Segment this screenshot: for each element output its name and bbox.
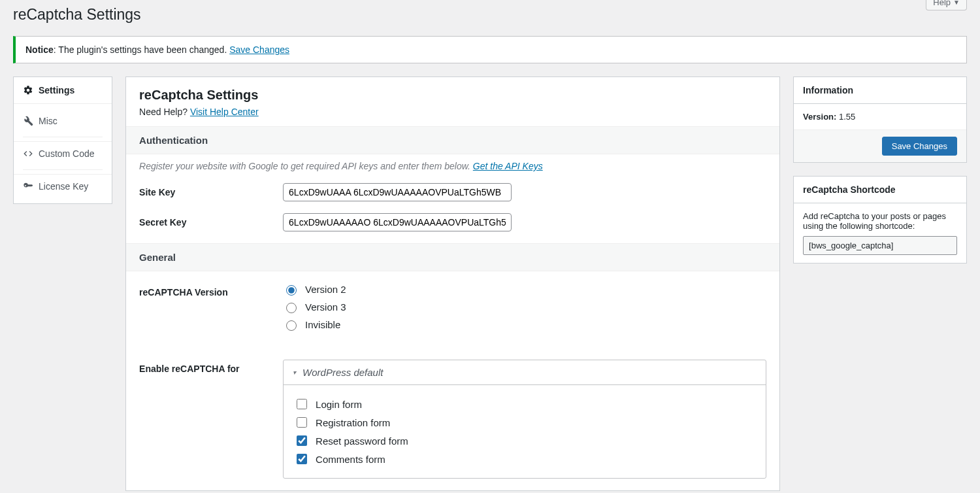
section-general-header: General [126,243,779,271]
radio-version-invisible-input[interactable] [286,320,297,331]
help-center-link[interactable]: Visit Help Center [190,107,259,117]
key-icon [23,181,33,192]
shortcode-desc: Add reCaptcha to your posts or pages usi… [803,211,957,231]
nav-item-settings[interactable]: Settings [14,77,112,103]
shortcode-code[interactable]: [bws_google_captcha] [803,236,957,255]
auth-desc: Register your website with Google to get… [139,161,473,171]
check-reset-password-form-label: Reset password form [316,435,408,447]
check-reset-password-form-input[interactable] [297,435,307,446]
section-auth-header: Authentication [126,126,779,154]
check-reset-password-form[interactable]: Reset password form [294,434,755,448]
check-login-form-label: Login form [316,399,362,410]
radio-version-2-input[interactable] [286,285,297,296]
version-value: 1.55 [839,112,855,122]
radio-version-3[interactable]: Version 3 [283,301,766,313]
notice-label: Notice [25,44,54,55]
code-icon [23,148,33,159]
notice-text: : The plugin's settings have been change… [54,44,229,55]
check-registration-form-input[interactable] [297,417,307,428]
info-header: Information [794,77,966,104]
site-key-label: Site Key [139,183,283,197]
check-login-form[interactable]: Login form [294,397,755,411]
radio-version-invisible[interactable]: Invisible [283,318,766,331]
nav-label-misc: Misc [39,116,57,126]
radio-version-2[interactable]: Version 2 [283,283,766,296]
main-panel: reCaptcha Settings Need Help? Visit Help… [125,76,780,491]
accordion-head-wp-default[interactable]: ▾ WordPress default [284,360,766,385]
shortcode-header: reCaptcha Shortcode [794,177,966,203]
settings-nav: Settings Misc Custom Code [13,76,112,204]
forms-accordion: ▾ WordPress default Login form Registrat… [283,360,766,479]
help-tab[interactable]: Help ▼ [926,0,967,10]
secret-key-input[interactable] [283,213,512,231]
enable-for-label: Enable reCAPTCHA for [139,360,283,374]
check-registration-form-label: Registration form [316,417,390,428]
save-changes-button[interactable]: Save Changes [882,137,957,156]
page-title: reCaptcha Settings [13,0,141,26]
site-key-input[interactable] [283,183,512,201]
secret-key-label: Secret Key [139,213,283,228]
notice-banner: Notice: The plugin's settings have been … [13,36,967,63]
notice-save-link[interactable]: Save Changes [229,44,289,55]
get-api-keys-link[interactable]: Get the API Keys [473,161,543,171]
check-comments-form[interactable]: Comments form [294,452,755,466]
shortcode-box: reCaptcha Shortcode Add reCaptcha to you… [793,176,967,264]
nav-label-custom-code: Custom Code [39,148,95,159]
check-login-form-input[interactable] [297,399,307,409]
help-tab-label: Help [933,0,951,7]
nav-label-license-key: License Key [39,181,88,192]
check-registration-form[interactable]: Registration form [294,415,755,430]
nav-item-custom-code[interactable]: Custom Code [14,141,112,165]
radio-version-3-label: Version 3 [305,301,346,313]
wrench-icon [23,116,33,126]
radio-version-3-input[interactable] [286,303,297,313]
need-help-text: Need Help? [139,107,190,117]
nav-label-settings: Settings [39,85,74,95]
version-label: reCAPTCHA Version [139,283,283,298]
panel-title: reCaptcha Settings [139,88,766,103]
radio-version-invisible-label: Invisible [305,319,340,330]
version-label: Version: [803,112,836,122]
check-comments-form-input[interactable] [297,454,307,464]
check-comments-form-label: Comments form [316,454,385,465]
caret-down-icon: ▼ [953,0,960,6]
gear-icon [23,85,33,95]
accordion-head-label: WordPress default [302,367,383,378]
triangle-down-icon: ▾ [293,369,296,376]
nav-item-misc[interactable]: Misc [14,109,112,133]
info-box: Information Version: 1.55 Save Changes [793,76,967,163]
nav-item-license-key[interactable]: License Key [14,174,112,198]
radio-version-2-label: Version 2 [305,284,346,295]
